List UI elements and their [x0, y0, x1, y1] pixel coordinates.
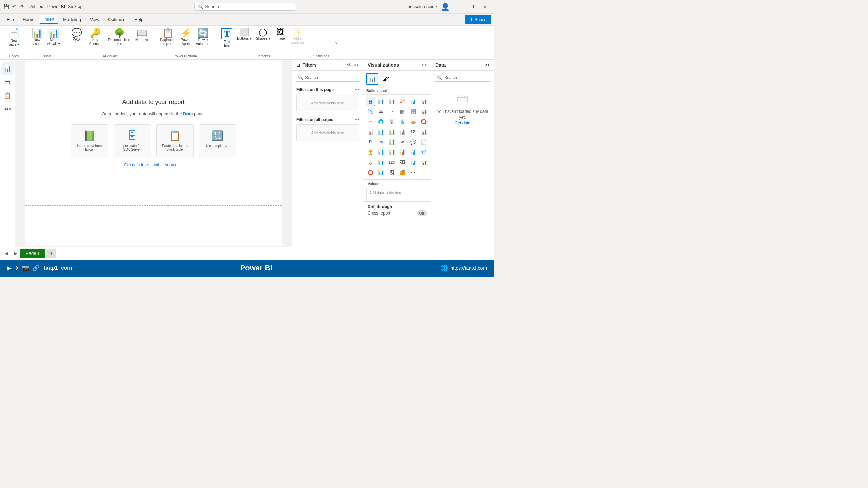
titlebar-searchbox[interactable]: 🔍 — [194, 3, 296, 11]
ribbon-expand[interactable]: ∨ — [333, 27, 339, 59]
viz-waterfall[interactable]: 🔢 — [408, 107, 418, 116]
sidebar-model-view[interactable]: 📋 — [1, 89, 14, 102]
page-tab-1[interactable]: Page 1 — [20, 249, 45, 258]
website-icon[interactable]: 🔗 — [32, 264, 40, 272]
viz-r-script[interactable]: R — [366, 137, 375, 147]
viz-area[interactable]: ⛰ — [376, 107, 386, 116]
report-canvas[interactable]: Add data to your report Once loaded, you… — [25, 60, 282, 206]
viz-stacked-bar[interactable]: ▦ — [366, 97, 375, 106]
viz-image-viz[interactable]: 🖼 — [398, 158, 407, 167]
viz-chart5[interactable]: 📊 — [408, 147, 418, 157]
minimize-button[interactable]: ─ — [453, 2, 465, 12]
ribbon-buttons[interactable]: ⬜ Buttons ▾ — [235, 27, 253, 42]
undo-icon[interactable]: ↶ — [11, 3, 18, 10]
viz-chart3[interactable]: 📊 — [387, 147, 396, 157]
viz-donut[interactable]: ⭕ — [419, 117, 429, 126]
filters-all-pages-drop-zone[interactable]: Add data fields here — [296, 124, 359, 141]
instagram-icon[interactable]: 📷 — [22, 264, 29, 272]
data-expand-icon[interactable]: >> — [485, 63, 490, 67]
viz-filled-map[interactable]: 📡 — [387, 117, 396, 126]
menu-modeling[interactable]: Modeling — [59, 16, 85, 23]
redo-icon[interactable]: ↷ — [19, 3, 26, 10]
sidebar-dax-queries[interactable]: DAX — [1, 103, 14, 115]
filters-visibility-icon[interactable]: 👁 — [347, 62, 352, 68]
ribbon-shapes[interactable]: ◯ Shapes ▾ — [254, 27, 272, 42]
values-drop-zone[interactable]: Add data fields here — [366, 188, 428, 201]
viz-line[interactable]: 📉 — [366, 107, 375, 116]
viz-100-stacked-bar[interactable]: 📊 — [387, 97, 396, 106]
viz-trophy[interactable]: 🏆 — [366, 147, 375, 157]
ribbon-add-sparkline[interactable]: ✨ Add asparkline — [289, 27, 306, 46]
viz-orange-circle[interactable]: ⭕ — [366, 168, 375, 177]
viz-line-stacked-column[interactable]: 〰 — [387, 107, 396, 116]
viz-stacked-column[interactable]: 📈 — [398, 97, 407, 106]
viz-123[interactable]: 123 — [387, 158, 396, 167]
filters-page-drop-zone[interactable]: Add data fields here — [296, 95, 359, 111]
get-data-link[interactable]: Get data from another source → — [124, 163, 182, 167]
titlebar-search-input[interactable] — [205, 4, 292, 9]
viz-key-influencer[interactable]: 📊 — [387, 137, 396, 147]
viz-card[interactable]: 📊 — [387, 127, 396, 137]
save-icon[interactable]: 💾 — [3, 3, 9, 10]
bottom-url[interactable]: https://taap1.com — [451, 265, 487, 271]
data-search-input[interactable] — [444, 75, 488, 80]
viz-clustered-column[interactable]: 📊 — [408, 97, 418, 106]
ribbon-new-page[interactable]: 📄 Newpage ▾ — [5, 27, 22, 48]
viz-chart7[interactable]: 📊 — [419, 158, 429, 167]
viz-circle-chart[interactable]: 📊 — [376, 158, 386, 167]
filters-search-input[interactable] — [305, 75, 357, 80]
build-visual-tab-format[interactable]: 🖌 — [380, 73, 392, 85]
viz-bar2[interactable]: 📊 — [376, 147, 386, 157]
ribbon-paginated-report[interactable]: 📋 Paginatedreport — [158, 27, 177, 47]
viz-treemap[interactable]: 📊 — [366, 127, 375, 137]
ribbon-new-visual[interactable]: 📊 Newvisual — [29, 27, 44, 47]
build-visual-tab-chart[interactable]: 📊 — [366, 73, 378, 85]
viz-funnel[interactable]: 📊 — [419, 107, 429, 116]
telegram-icon[interactable]: ✈ — [14, 264, 19, 272]
viz-more-icon[interactable]: ⋯ — [408, 168, 418, 177]
filters-all-pages-more[interactable]: ⋯ — [354, 117, 359, 122]
menu-insert[interactable]: Insert — [39, 15, 59, 24]
ribbon-decomposition-tree[interactable]: 🌳 Decompositiontree — [106, 27, 133, 47]
restore-button[interactable]: ❐ — [466, 2, 478, 12]
ribbon-power-automate[interactable]: 🔄 PowerAutomate — [194, 27, 213, 47]
ribbon-narrative[interactable]: 📖 Narrative — [133, 27, 151, 43]
viz-python[interactable]: Py — [376, 137, 386, 147]
viz-expand-icon[interactable]: >> — [421, 62, 427, 68]
viz-photo[interactable]: 🖼 — [387, 168, 396, 177]
ribbon-qa[interactable]: 💬 Q&A — [69, 27, 84, 43]
menu-optimize[interactable]: Optimize — [104, 16, 130, 23]
viz-decomp[interactable]: ◇ — [366, 158, 375, 167]
viz-chart4[interactable]: 📊 — [398, 147, 407, 157]
page-next-button[interactable]: ▶ — [12, 250, 19, 257]
viz-matrix[interactable]: 📊 — [419, 127, 429, 137]
menu-help[interactable]: Help — [130, 16, 147, 23]
filters-page-more[interactable]: ⋯ — [354, 87, 359, 93]
paste-data-button[interactable]: 📋 Paste data into a blank table — [156, 124, 194, 157]
viz-fruit[interactable]: 🍊 — [398, 168, 407, 177]
viz-ribbon[interactable]: ▩ — [398, 107, 407, 116]
sample-data-button[interactable]: 🔢 Use sample data — [199, 124, 236, 157]
viz-diamond[interactable]: 💎 — [419, 147, 429, 157]
import-excel-button[interactable]: 📗 Import data from Excel — [71, 124, 108, 157]
cross-report-toggle[interactable]: Off — [417, 210, 427, 216]
menu-home[interactable]: Home — [19, 16, 39, 23]
ribbon-key-influencers[interactable]: 🔑 Keyinfluencers — [85, 27, 105, 47]
viz-clustered-bar[interactable]: 📊 — [376, 97, 386, 106]
viz-azure-map[interactable]: 💧 — [398, 117, 407, 126]
sidebar-report-view[interactable]: 📊 — [1, 62, 14, 75]
viz-100-stacked-column[interactable]: 📊 — [419, 97, 429, 106]
ribbon-image[interactable]: 🖼 Image — [273, 27, 288, 42]
filters-expand-icon[interactable]: >> — [354, 62, 359, 68]
viz-multi-row-card[interactable]: 📊 — [398, 127, 407, 137]
youtube-icon[interactable]: ▶ — [7, 264, 12, 272]
close-button[interactable]: ✕ — [479, 2, 491, 12]
viz-map[interactable]: 🌐 — [376, 117, 386, 126]
get-data-button[interactable]: Get data — [455, 121, 470, 125]
viz-kpi[interactable]: 🗺 — [408, 127, 418, 137]
viz-sun[interactable]: 📊 — [376, 168, 386, 177]
menu-file[interactable]: File — [3, 16, 18, 23]
sidebar-table-view[interactable]: 🗃 — [1, 76, 14, 88]
page-prev-button[interactable]: ◀ — [3, 250, 10, 257]
import-sql-button[interactable]: 🗄 Import data from SQL Server — [114, 124, 151, 157]
